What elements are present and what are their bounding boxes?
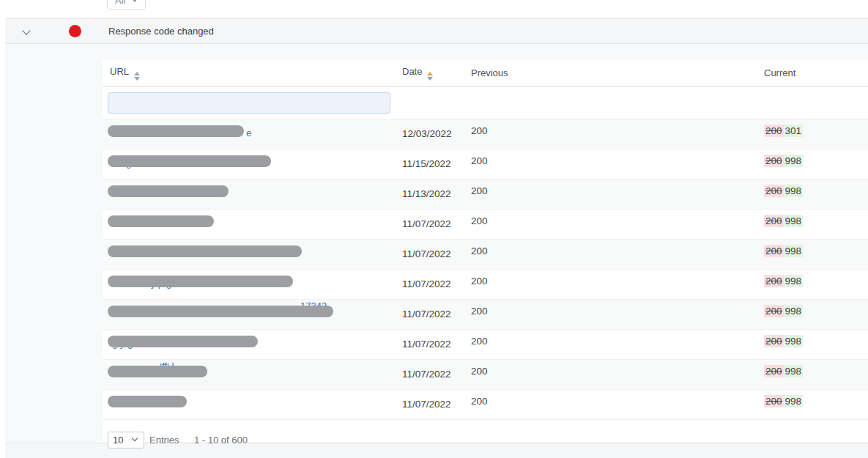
new-code: 998 (784, 185, 804, 197)
redaction-blob (108, 245, 302, 257)
redaction-blob (108, 306, 333, 317)
table-row: 17343 11/07/2022 200 200998 (103, 299, 868, 329)
date-cell: 11/07/2022 (397, 389, 466, 419)
previous-code-cell: 200 (466, 209, 759, 239)
previous-code-cell: 200 (466, 269, 759, 299)
table-row: g y g 11/07/2022 200 200998 (103, 329, 868, 359)
column-header-url[interactable]: URL (103, 60, 397, 86)
table-row: b f 11/07/2022 200 200998 (103, 389, 868, 419)
url-link[interactable]: ified.co (108, 180, 397, 209)
previous-code-cell: 200 (466, 119, 759, 149)
current-code-cell: 200998 (759, 329, 868, 359)
old-code-strikethrough: 200 (764, 185, 784, 197)
url-cell: 17343 (103, 299, 397, 329)
date-cell: 11/13/2022 (397, 179, 466, 209)
previous-code-cell: 200 (466, 389, 759, 419)
page-size-select[interactable]: 10 (108, 432, 144, 448)
table-row: ified.co 11/13/2022 200 200998 (103, 179, 868, 209)
date-cell: 11/07/2022 (397, 209, 466, 239)
url-cell: e (103, 119, 397, 149)
previous-code-cell: 200 (466, 149, 759, 179)
url-fragment: e (246, 128, 251, 138)
old-code-strikethrough: 200 (764, 275, 784, 287)
sort-icon[interactable] (134, 72, 140, 81)
url-cell: g y g (103, 329, 397, 359)
new-code: 998 (784, 215, 804, 227)
url-link[interactable]: g y g (108, 330, 397, 359)
url-link[interactable]: f l l bb (108, 240, 397, 269)
date-cell: 12/03/2022 (397, 119, 466, 149)
old-code-strikethrough: 200 (764, 155, 784, 167)
table-body: e 12/03/2022 200 200301 /blog/inte 11/15… (103, 119, 868, 419)
url-link[interactable]: iffi l (108, 360, 397, 389)
old-code-strikethrough: 200 (764, 215, 784, 227)
date-cell: 11/07/2022 (397, 239, 466, 269)
new-code: 998 (784, 305, 804, 317)
old-code-strikethrough: 200 (764, 305, 784, 317)
column-header-current: Current (759, 60, 868, 86)
current-code-cell: 200998 (759, 359, 868, 389)
new-code: 998 (784, 335, 804, 347)
chevron-down-icon (132, 0, 138, 2)
new-code: 998 (784, 365, 804, 377)
date-cell: 11/07/2022 (397, 329, 466, 359)
entries-range: 1 - 10 of 600 (194, 435, 248, 446)
section-header-response-code-changed[interactable]: Response code changed (5, 18, 868, 44)
redaction-blob (108, 366, 207, 377)
url-cell: b (103, 209, 397, 239)
section-panel: URL Date Previous Current (5, 44, 868, 443)
current-code-cell: 200998 (759, 209, 868, 239)
alert-accordion: Response code changed URL Date Previous (5, 18, 868, 458)
redaction-blob (108, 396, 187, 407)
url-filter-input[interactable] (108, 92, 390, 114)
current-code-cell: 200998 (759, 179, 868, 209)
date-cell: 11/15/2022 (397, 149, 466, 179)
table-row: e 12/03/2022 200 200301 (103, 119, 868, 149)
chevron-down-icon[interactable] (22, 26, 30, 34)
url-link[interactable]: 17343 (108, 300, 397, 329)
current-code-cell: 200998 (759, 299, 868, 329)
url-cell: b f (103, 389, 397, 419)
redaction-blob (108, 125, 244, 137)
column-header-previous: Previous (466, 60, 759, 86)
sort-icon-active[interactable] (427, 72, 433, 81)
previous-code-cell: 200 (466, 239, 759, 269)
filter-all-label: All (115, 0, 125, 6)
table-footer: 10 Entries 1 - 10 of 600 (103, 420, 868, 449)
previous-code-cell: 200 (466, 299, 759, 329)
current-code-cell: 200998 (759, 239, 868, 269)
url-cell: f l l bb (103, 239, 397, 269)
redaction-blob (108, 336, 258, 347)
redaction-blob (108, 215, 214, 227)
section-title: Response code changed (108, 26, 214, 37)
current-code-cell: 200998 (759, 389, 868, 419)
column-header-date[interactable]: Date (397, 60, 466, 86)
url-link[interactable]: /blog/inte (108, 149, 397, 179)
new-code: 301 (784, 125, 804, 137)
new-code: 998 (784, 395, 804, 407)
status-dot-red (69, 25, 81, 37)
previous-code-cell: 200 (466, 179, 759, 209)
date-cell: 11/07/2022 (397, 299, 466, 329)
url-cell: ified.co (103, 179, 397, 209)
redaction-blob (108, 276, 293, 287)
old-code-strikethrough: 200 (764, 365, 784, 377)
url-link[interactable]: b (108, 210, 397, 239)
url-cell: /blog/inte (103, 149, 397, 179)
url-link[interactable]: e (108, 119, 397, 149)
url-cell: iffi l (103, 359, 397, 389)
url-cell: y p g (103, 269, 397, 299)
previous-code-cell: 200 (466, 329, 759, 359)
table-row: iffi l 11/07/2022 200 200998 (103, 359, 868, 389)
previous-code-cell: 200 (466, 359, 759, 389)
old-code-strikethrough: 200 (764, 395, 784, 407)
filter-all-dropdown[interactable]: All (107, 0, 146, 10)
new-code: 998 (784, 275, 804, 287)
entries-label: Entries (149, 435, 179, 446)
url-link[interactable]: b f (108, 390, 397, 419)
url-link[interactable]: y p g (108, 270, 397, 299)
filter-cell (103, 86, 868, 119)
date-cell: 11/07/2022 (397, 269, 466, 299)
new-code: 998 (784, 245, 804, 257)
old-code-strikethrough: 200 (764, 125, 784, 137)
